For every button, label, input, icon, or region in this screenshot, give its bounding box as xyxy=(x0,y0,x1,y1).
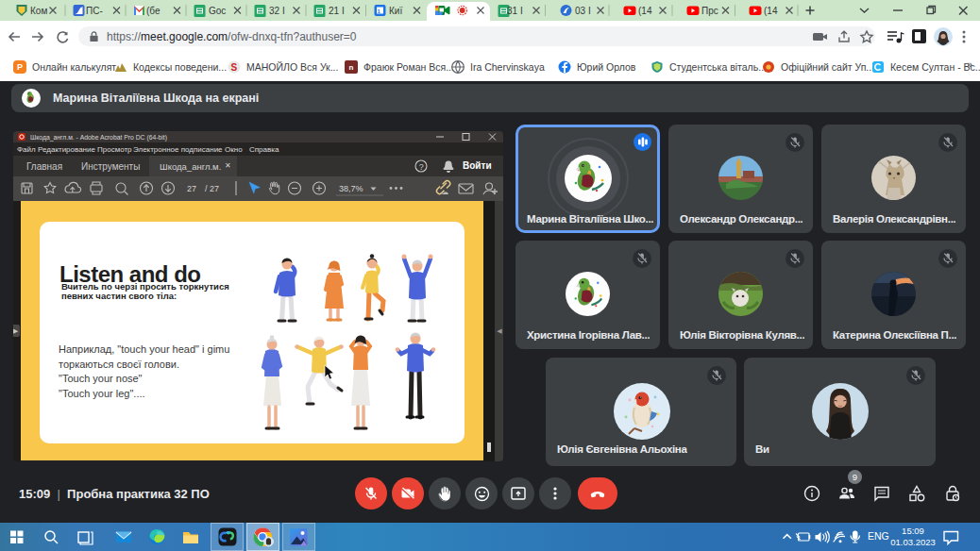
svg-text:/ 27: / 27 xyxy=(205,184,219,193)
svg-text:S: S xyxy=(231,62,238,73)
svg-text:38,7%: 38,7% xyxy=(339,184,363,193)
svg-text:?: ? xyxy=(419,162,424,172)
svg-text:27: 27 xyxy=(187,184,196,193)
